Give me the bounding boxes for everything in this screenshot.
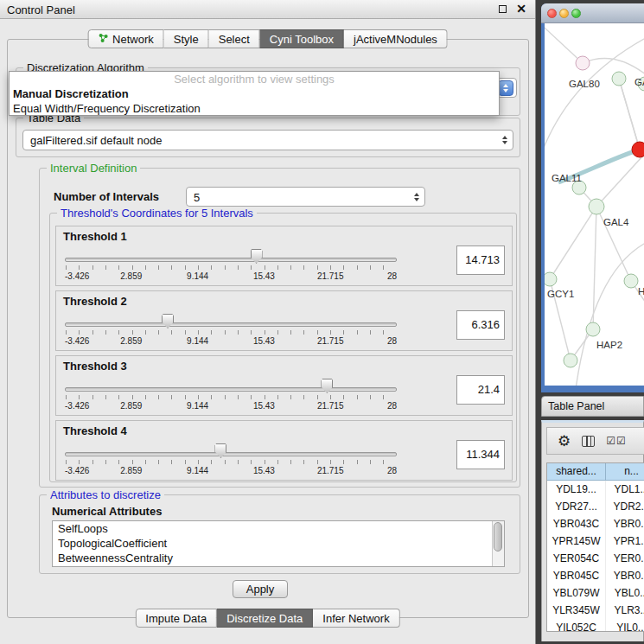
scale-label: 28 xyxy=(387,466,397,475)
network-node[interactable] xyxy=(632,142,644,157)
control-panel-titlebar[interactable]: Control Panel ✕ xyxy=(0,0,535,19)
control-panel-bottom-tabs: Impute DataDiscretize DataInfer Network xyxy=(135,609,399,628)
table-row[interactable]: YDL19...YDL1... xyxy=(547,481,644,498)
network-node[interactable] xyxy=(576,56,590,70)
minimize-traffic-light-icon[interactable] xyxy=(559,9,569,18)
table-row[interactable]: YLR345WYLR3... xyxy=(547,602,644,619)
table-row[interactable]: YBR043CYBR0... xyxy=(547,515,644,532)
tab-label: Cyni Toolbox xyxy=(270,33,334,46)
table-row[interactable]: YIL052CYIL0... xyxy=(547,619,644,632)
table-cell[interactable]: YIL0... xyxy=(606,619,644,632)
table-row[interactable]: YPR145WYPR1... xyxy=(547,532,644,550)
table-cell[interactable]: YBL079W xyxy=(547,584,606,602)
apply-button[interactable]: Apply xyxy=(233,580,288,598)
attribute-list-item[interactable]: BetweennessCentrality xyxy=(53,551,504,565)
network-node[interactable] xyxy=(586,322,600,336)
gear-icon[interactable]: ⚙ xyxy=(558,434,571,449)
column-settings-icon[interactable] xyxy=(582,436,595,447)
list-scrollbar[interactable] xyxy=(492,521,504,566)
slider-track[interactable] xyxy=(65,452,397,456)
tab-style[interactable]: Style xyxy=(164,29,209,48)
table-row[interactable]: YDR27...YDR2... xyxy=(547,498,644,515)
tab-cyni-toolbox[interactable]: Cyni Toolbox xyxy=(260,29,344,48)
network-canvas[interactable]: GAL80GAGAL11GAL4GCY1HHAP2 xyxy=(545,23,644,386)
slider-scale: -3.4262.8599.14415.4321.71528 xyxy=(65,336,397,347)
threshold-value-field[interactable]: 21.4 xyxy=(456,375,505,405)
slider-track[interactable] xyxy=(65,322,397,327)
table-cell[interactable]: YER0... xyxy=(606,550,644,567)
network-edge[interactable] xyxy=(550,207,596,279)
slider-track[interactable] xyxy=(65,387,397,392)
scale-label: 21.715 xyxy=(317,401,344,411)
table-row[interactable]: YBL079WYBL0... xyxy=(547,584,644,602)
close-icon[interactable]: ✕ xyxy=(516,4,526,14)
network-edge[interactable] xyxy=(545,32,644,188)
table-cell[interactable]: YLR345W xyxy=(547,602,606,619)
table-cell[interactable]: YPR1... xyxy=(606,532,644,550)
network-edge[interactable] xyxy=(619,79,640,150)
table-cell[interactable]: YBL0... xyxy=(606,584,644,602)
float-window-icon[interactable] xyxy=(499,5,507,13)
table-cell[interactable]: YDL1... xyxy=(606,481,644,498)
threshold-value-field[interactable]: 14.713 xyxy=(456,245,505,275)
combo-stepper-icon[interactable] xyxy=(498,80,513,96)
table-cell[interactable]: YBR0... xyxy=(606,515,644,532)
attribute-list-item[interactable]: TopologicalCoefficient xyxy=(53,536,504,551)
tab-infer-network[interactable]: Infer Network xyxy=(313,609,399,628)
table-cell[interactable]: YER054C xyxy=(547,550,606,567)
tab-label: Style xyxy=(174,33,199,46)
node-table[interactable]: shared... n... YDL19...YDL1...YDR27...YD… xyxy=(546,462,644,632)
tab-network[interactable]: Network xyxy=(87,29,164,48)
threshold-panel: Threshold 4-3.4262.8599.14415.4321.71528… xyxy=(55,420,513,481)
table-cell[interactable]: YDR27... xyxy=(547,498,606,515)
network-node[interactable] xyxy=(624,274,638,288)
threshold-slider[interactable]: -3.4262.8599.14415.4321.71528 xyxy=(65,442,397,478)
scale-label: 9.144 xyxy=(187,271,208,281)
dropdown-item[interactable]: Manual Discretization xyxy=(10,86,499,101)
table-cell[interactable]: YIL052C xyxy=(547,619,606,632)
threshold-value-field[interactable]: 11.344 xyxy=(456,440,505,469)
table-row[interactable]: YBR045CYBR0... xyxy=(547,567,644,584)
tab-discretize-data[interactable]: Discretize Data xyxy=(217,609,313,628)
table-cell[interactable]: YBR043C xyxy=(547,515,606,532)
tab-impute-data[interactable]: Impute Data xyxy=(135,609,217,628)
table-cell[interactable]: YLR3... xyxy=(606,602,644,619)
tab-jactivemnodules[interactable]: jActiveMNodules xyxy=(344,29,448,48)
tab-select[interactable]: Select xyxy=(209,29,260,48)
column-header-name[interactable]: n... xyxy=(606,463,644,481)
table-row[interactable]: YER054CYER0... xyxy=(547,550,644,567)
zoom-traffic-light-icon[interactable] xyxy=(571,9,581,18)
threshold-slider[interactable]: -3.4262.8599.14415.4321.71528 xyxy=(65,247,397,284)
number-of-intervals-combobox[interactable]: 5 xyxy=(186,187,425,207)
attribute-list-item[interactable]: SelfLoops xyxy=(53,521,504,536)
network-node[interactable] xyxy=(545,272,557,286)
network-node[interactable] xyxy=(589,199,604,214)
network-edge[interactable] xyxy=(545,23,583,63)
table-cell[interactable]: YPR145W xyxy=(547,532,606,550)
network-node-label: GA xyxy=(634,77,644,87)
table-cell[interactable]: YDR2... xyxy=(606,498,644,515)
scale-label: 28 xyxy=(387,401,397,411)
numerical-attributes-list[interactable]: SelfLoopsTopologicalCoefficientBetweenne… xyxy=(52,520,505,567)
threshold-panel: Threshold 1-3.4262.8599.14415.4321.71528… xyxy=(55,226,513,286)
column-header-shared-name[interactable]: shared... xyxy=(547,463,606,481)
table-data-combobox[interactable]: galFiltered.sif default node xyxy=(22,130,513,150)
network-edge[interactable] xyxy=(583,58,644,75)
threshold-slider[interactable]: -3.4262.8599.14415.4321.71528 xyxy=(65,377,397,413)
table-cell[interactable]: YBR045C xyxy=(547,567,606,584)
network-node[interactable] xyxy=(612,72,626,86)
network-window-titlebar[interactable] xyxy=(541,3,644,23)
close-traffic-light-icon[interactable] xyxy=(547,9,557,18)
table-cell[interactable]: YDL19... xyxy=(547,481,606,498)
table-cell[interactable]: YBR0... xyxy=(606,567,644,584)
threshold-slider[interactable]: -3.4262.8599.14415.4321.71528 xyxy=(65,312,397,348)
network-edge[interactable] xyxy=(575,239,644,386)
dropdown-item[interactable]: Equal Width/Frequency Discretization xyxy=(10,101,499,116)
threshold-value-field[interactable]: 6.316 xyxy=(456,310,505,340)
slider-track[interactable] xyxy=(65,258,397,262)
table-panel-bar[interactable]: Table Panel xyxy=(541,396,644,417)
scrollbar-thumb[interactable] xyxy=(494,522,502,552)
network-node[interactable] xyxy=(564,354,577,367)
scale-label: 2.859 xyxy=(120,271,142,281)
select-columns-icon[interactable]: ☑☑ xyxy=(606,435,627,447)
